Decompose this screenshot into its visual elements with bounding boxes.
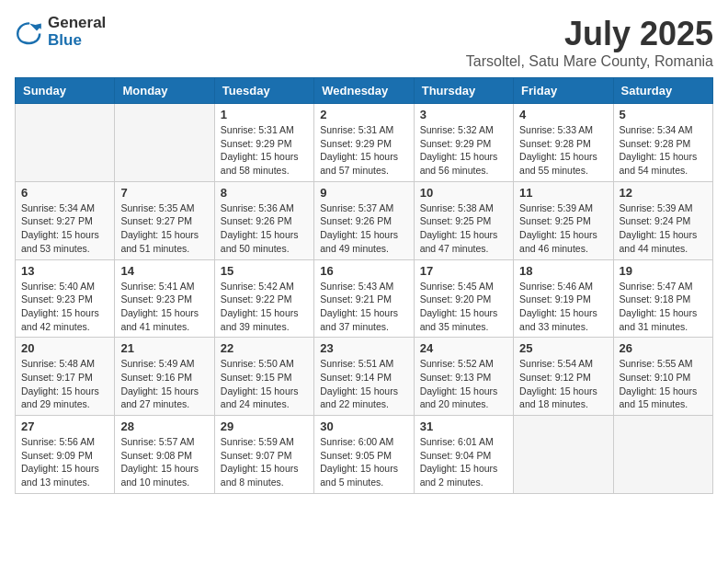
day-info: Sunrise: 5:34 AM Sunset: 9:27 PM Dayligh… xyxy=(21,201,108,256)
day-info: Sunrise: 5:55 AM Sunset: 9:10 PM Dayligh… xyxy=(620,357,707,411)
day-info: Sunrise: 5:37 AM Sunset: 9:26 PM Dayligh… xyxy=(320,201,407,256)
day-info: Sunrise: 5:40 AM Sunset: 9:23 PM Dayligh… xyxy=(21,280,108,334)
day-number: 16 xyxy=(320,264,407,278)
weekday-header-sunday: Sunday xyxy=(16,78,115,104)
calendar-cell: 10Sunrise: 5:38 AM Sunset: 9:25 PM Dayli… xyxy=(414,181,513,259)
day-info: Sunrise: 5:34 AM Sunset: 9:28 PM Dayligh… xyxy=(620,123,707,178)
day-info: Sunrise: 5:50 AM Sunset: 9:15 PM Dayligh… xyxy=(221,357,308,411)
calendar-cell: 7Sunrise: 5:35 AM Sunset: 9:27 PM Daylig… xyxy=(115,181,214,259)
calendar-cell: 4Sunrise: 5:33 AM Sunset: 9:28 PM Daylig… xyxy=(514,104,613,182)
day-number: 10 xyxy=(420,186,507,200)
day-info: Sunrise: 5:49 AM Sunset: 9:16 PM Dayligh… xyxy=(120,357,208,411)
day-number: 8 xyxy=(221,186,308,200)
calendar-cell: 6Sunrise: 5:34 AM Sunset: 9:27 PM Daylig… xyxy=(16,181,115,259)
calendar-week-5: 27Sunrise: 5:56 AM Sunset: 9:09 PM Dayli… xyxy=(16,416,713,494)
calendar-cell: 13Sunrise: 5:40 AM Sunset: 9:23 PM Dayli… xyxy=(16,259,115,338)
day-info: Sunrise: 5:31 AM Sunset: 9:29 PM Dayligh… xyxy=(221,123,308,178)
day-number: 7 xyxy=(120,186,208,200)
day-info: Sunrise: 6:00 AM Sunset: 9:05 PM Dayligh… xyxy=(320,435,407,489)
day-info: Sunrise: 5:56 AM Sunset: 9:09 PM Dayligh… xyxy=(21,435,108,489)
day-info: Sunrise: 5:43 AM Sunset: 9:21 PM Dayligh… xyxy=(320,280,407,334)
calendar-cell: 25Sunrise: 5:54 AM Sunset: 9:12 PM Dayli… xyxy=(514,338,613,416)
calendar-week-2: 6Sunrise: 5:34 AM Sunset: 9:27 PM Daylig… xyxy=(16,181,713,259)
day-info: Sunrise: 5:33 AM Sunset: 9:28 PM Dayligh… xyxy=(519,123,607,178)
day-info: Sunrise: 5:54 AM Sunset: 9:12 PM Dayligh… xyxy=(519,357,607,411)
calendar-cell: 26Sunrise: 5:55 AM Sunset: 9:10 PM Dayli… xyxy=(613,338,712,416)
weekday-header-tuesday: Tuesday xyxy=(214,78,313,104)
calendar-cell: 21Sunrise: 5:49 AM Sunset: 9:16 PM Dayli… xyxy=(115,338,214,416)
calendar-cell: 15Sunrise: 5:42 AM Sunset: 9:22 PM Dayli… xyxy=(214,259,313,338)
calendar-cell: 22Sunrise: 5:50 AM Sunset: 9:15 PM Dayli… xyxy=(214,338,313,416)
day-number: 24 xyxy=(420,341,507,355)
day-number: 6 xyxy=(21,186,108,200)
day-info: Sunrise: 5:39 AM Sunset: 9:24 PM Dayligh… xyxy=(620,201,707,256)
day-number: 4 xyxy=(519,108,607,121)
logo-general: General xyxy=(48,15,106,32)
weekday-header-monday: Monday xyxy=(115,78,214,104)
logo-icon xyxy=(15,17,44,47)
day-number: 28 xyxy=(120,419,208,433)
calendar-cell: 9Sunrise: 5:37 AM Sunset: 9:26 PM Daylig… xyxy=(314,181,414,259)
day-number: 13 xyxy=(21,264,108,278)
calendar-cell: 27Sunrise: 5:56 AM Sunset: 9:09 PM Dayli… xyxy=(16,416,115,494)
day-number: 22 xyxy=(221,341,308,355)
day-number: 27 xyxy=(21,419,108,433)
title-area: July 2025 Tarsoltel, Satu Mare County, R… xyxy=(466,15,713,70)
calendar-week-4: 20Sunrise: 5:48 AM Sunset: 9:17 PM Dayli… xyxy=(16,338,713,416)
calendar-cell: 19Sunrise: 5:47 AM Sunset: 9:18 PM Dayli… xyxy=(613,259,712,338)
logo-blue: Blue xyxy=(48,32,106,50)
calendar-cell xyxy=(613,416,712,494)
weekday-header-thursday: Thursday xyxy=(414,78,513,104)
calendar-cell: 3Sunrise: 5:32 AM Sunset: 9:29 PM Daylig… xyxy=(414,104,513,182)
day-info: Sunrise: 5:46 AM Sunset: 9:19 PM Dayligh… xyxy=(519,280,607,334)
month-title: July 2025 xyxy=(466,15,713,53)
day-number: 21 xyxy=(120,341,208,355)
day-info: Sunrise: 5:41 AM Sunset: 9:23 PM Dayligh… xyxy=(120,280,208,334)
location-title: Tarsoltel, Satu Mare County, Romania xyxy=(466,53,713,70)
calendar-cell: 24Sunrise: 5:52 AM Sunset: 9:13 PM Dayli… xyxy=(414,338,513,416)
calendar-cell xyxy=(16,104,115,182)
day-number: 11 xyxy=(519,186,607,200)
weekday-header-friday: Friday xyxy=(514,78,613,104)
calendar-cell xyxy=(514,416,613,494)
calendar-cell: 12Sunrise: 5:39 AM Sunset: 9:24 PM Dayli… xyxy=(613,181,712,259)
day-info: Sunrise: 6:01 AM Sunset: 9:04 PM Dayligh… xyxy=(420,435,507,489)
day-info: Sunrise: 5:51 AM Sunset: 9:14 PM Dayligh… xyxy=(320,357,407,411)
day-number: 25 xyxy=(519,341,607,355)
calendar-cell: 31Sunrise: 6:01 AM Sunset: 9:04 PM Dayli… xyxy=(414,416,513,494)
weekday-header-wednesday: Wednesday xyxy=(314,78,414,104)
day-info: Sunrise: 5:38 AM Sunset: 9:25 PM Dayligh… xyxy=(420,201,507,256)
day-info: Sunrise: 5:47 AM Sunset: 9:18 PM Dayligh… xyxy=(620,280,707,334)
day-number: 14 xyxy=(120,264,208,278)
calendar-cell: 11Sunrise: 5:39 AM Sunset: 9:25 PM Dayli… xyxy=(514,181,613,259)
weekday-header-row: SundayMondayTuesdayWednesdayThursdayFrid… xyxy=(16,78,713,104)
calendar-cell: 23Sunrise: 5:51 AM Sunset: 9:14 PM Dayli… xyxy=(314,338,414,416)
day-number: 30 xyxy=(320,419,407,433)
calendar-cell: 18Sunrise: 5:46 AM Sunset: 9:19 PM Dayli… xyxy=(514,259,613,338)
calendar-week-3: 13Sunrise: 5:40 AM Sunset: 9:23 PM Dayli… xyxy=(16,259,713,338)
day-info: Sunrise: 5:52 AM Sunset: 9:13 PM Dayligh… xyxy=(420,357,507,411)
day-number: 20 xyxy=(21,341,108,355)
logo-text: General Blue xyxy=(48,15,106,49)
calendar-table: SundayMondayTuesdayWednesdayThursdayFrid… xyxy=(15,77,713,494)
calendar-cell: 1Sunrise: 5:31 AM Sunset: 9:29 PM Daylig… xyxy=(214,104,313,182)
day-info: Sunrise: 5:36 AM Sunset: 9:26 PM Dayligh… xyxy=(221,201,308,256)
calendar-cell: 16Sunrise: 5:43 AM Sunset: 9:21 PM Dayli… xyxy=(314,259,414,338)
calendar-cell: 30Sunrise: 6:00 AM Sunset: 9:05 PM Dayli… xyxy=(314,416,414,494)
day-number: 12 xyxy=(620,186,707,200)
day-info: Sunrise: 5:31 AM Sunset: 9:29 PM Dayligh… xyxy=(320,123,407,178)
calendar-cell: 17Sunrise: 5:45 AM Sunset: 9:20 PM Dayli… xyxy=(414,259,513,338)
day-number: 9 xyxy=(320,186,407,200)
calendar-cell: 20Sunrise: 5:48 AM Sunset: 9:17 PM Dayli… xyxy=(16,338,115,416)
day-number: 15 xyxy=(221,264,308,278)
day-info: Sunrise: 5:59 AM Sunset: 9:07 PM Dayligh… xyxy=(221,435,308,489)
day-number: 18 xyxy=(519,264,607,278)
weekday-header-saturday: Saturday xyxy=(613,78,712,104)
day-number: 2 xyxy=(320,108,407,121)
calendar-cell: 8Sunrise: 5:36 AM Sunset: 9:26 PM Daylig… xyxy=(214,181,313,259)
calendar-cell: 5Sunrise: 5:34 AM Sunset: 9:28 PM Daylig… xyxy=(613,104,712,182)
calendar-cell: 14Sunrise: 5:41 AM Sunset: 9:23 PM Dayli… xyxy=(115,259,214,338)
day-number: 5 xyxy=(620,108,707,121)
day-number: 23 xyxy=(320,341,407,355)
day-info: Sunrise: 5:48 AM Sunset: 9:17 PM Dayligh… xyxy=(21,357,108,411)
